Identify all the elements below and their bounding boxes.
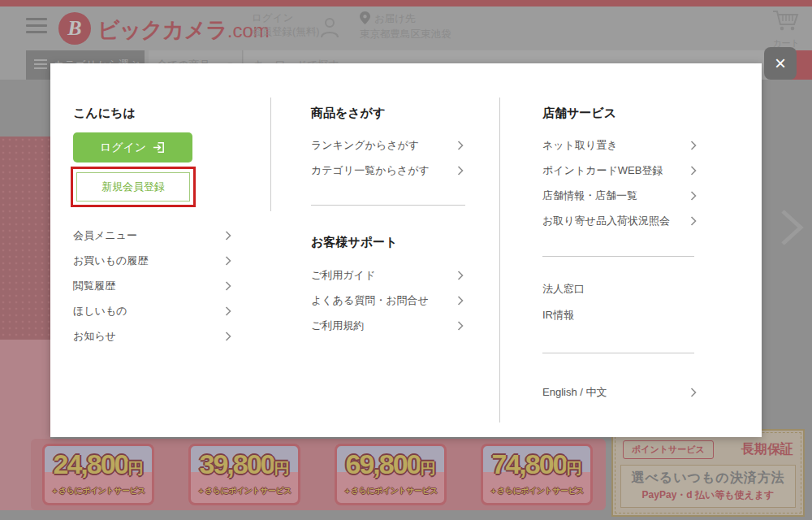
menu-item-label: 会員メニュー bbox=[73, 228, 137, 243]
chevron-right-icon bbox=[775, 205, 809, 250]
menu-item-member-menu[interactable]: 会員メニュー bbox=[73, 223, 231, 248]
member-menu-list: 会員メニュー お買いもの履歴 閲覧履歴 ほしいもの お知らせ bbox=[73, 223, 231, 349]
location-pin-icon bbox=[360, 11, 370, 28]
column-divider bbox=[499, 98, 500, 422]
menu-item-point-card-web[interactable]: ポイントカードWEB登録 bbox=[542, 158, 697, 183]
register-button-label: 新規会員登録 bbox=[102, 180, 165, 194]
menu-item-label: お取り寄せ品入荷状況照会 bbox=[542, 214, 670, 228]
annotation-highlight-box: 新規会員登録 bbox=[71, 167, 196, 207]
support-list: ご利用ガイド よくある質問・お問合せ ご利用規約 bbox=[311, 262, 464, 338]
hamburger-menu-icon bbox=[34, 59, 47, 72]
menu-item-label: 閲覧履歴 bbox=[73, 279, 115, 293]
register-button[interactable]: 新規会員登録 bbox=[76, 172, 190, 202]
price-value: 24,800円 bbox=[45, 448, 152, 485]
promo-banner-edge bbox=[0, 136, 50, 340]
chevron-right-icon bbox=[457, 166, 464, 176]
modal-close-button[interactable]: × bbox=[764, 47, 797, 80]
menu-item-label: カテゴリ一覧からさがす bbox=[311, 163, 430, 178]
menu-item-purchase-history[interactable]: お買いもの履歴 bbox=[73, 248, 231, 273]
price-unit: 円 bbox=[274, 460, 290, 477]
close-icon: × bbox=[775, 52, 786, 74]
menu-item-user-guide[interactable]: ご利用ガイド bbox=[311, 262, 464, 288]
point-service-badge: ポイントサービス bbox=[623, 440, 714, 459]
price-value: 39,800円 bbox=[191, 448, 298, 485]
price-card[interactable]: 39,800円 ＋さらにポイントサービス bbox=[188, 444, 300, 505]
language-label: English / 中文 bbox=[542, 385, 607, 400]
login-door-icon bbox=[152, 141, 166, 154]
chevron-right-icon bbox=[690, 388, 697, 397]
carousel-next-button[interactable] bbox=[775, 205, 809, 250]
cart-icon[interactable] bbox=[771, 10, 799, 34]
login-label: ログイン bbox=[252, 11, 319, 25]
greeting-title: こんにちは bbox=[73, 106, 136, 121]
menu-item-browsing-history[interactable]: 閲覧履歴 bbox=[73, 273, 231, 298]
menu-item-ranking-search[interactable]: ランキングからさがす bbox=[311, 132, 464, 158]
product-search-title: 商品をさがす bbox=[311, 106, 385, 121]
column-divider bbox=[270, 98, 271, 211]
payment-title: 選べるいつもの決済方法 bbox=[621, 470, 795, 487]
user-icon[interactable] bbox=[319, 16, 340, 42]
chevron-right-icon bbox=[457, 271, 464, 280]
logo-text: ビックカメラ bbox=[97, 15, 227, 45]
price-card[interactable]: 69,800円 ＋さらにポイントサービス bbox=[335, 444, 447, 505]
chevron-right-icon bbox=[225, 306, 231, 316]
delivery-address[interactable]: 東京都豊島区東池袋 bbox=[360, 28, 451, 41]
menu-item-label: 店舗情報・店舗一覧 bbox=[542, 188, 637, 203]
menu-item-label: お買いもの履歴 bbox=[73, 254, 148, 268]
menu-item-label: ネット取り置き bbox=[542, 138, 618, 153]
price-value: 69,800円 bbox=[337, 448, 444, 485]
login-button[interactable]: ログイン bbox=[73, 132, 192, 162]
menu-item-terms[interactable]: ご利用規約 bbox=[311, 313, 464, 338]
chevron-right-icon bbox=[225, 231, 231, 240]
menu-item-net-pickup[interactable]: ネット取り置き bbox=[542, 132, 697, 158]
menu-item-label: ほしいもの bbox=[73, 304, 127, 318]
menu-item-label: よくある質問・お問合せ bbox=[311, 293, 429, 308]
section-divider bbox=[311, 205, 465, 206]
payment-subtitle: PayPay・d 払い等も使えます bbox=[621, 488, 795, 502]
menu-item-label: お知らせ bbox=[73, 329, 116, 344]
price-note: ＋さらにポイントサービス bbox=[45, 486, 152, 496]
payment-info-panel: ポイントサービス 長期保証 選べるいつもの決済方法 PayPay・d 払い等も使… bbox=[611, 429, 805, 517]
chevron-right-icon bbox=[225, 332, 231, 341]
payment-method-box: 選べるいつもの決済方法 PayPay・d 払い等も使えます bbox=[620, 465, 796, 508]
menu-item-store-info[interactable]: 店舗情報・店舗一覧 bbox=[542, 183, 697, 208]
menu-item-label: ポイントカードWEB登録 bbox=[542, 163, 663, 178]
chevron-right-icon bbox=[225, 281, 231, 291]
chevron-right-icon bbox=[457, 321, 464, 331]
register-label: 会員登録(無料) bbox=[252, 25, 319, 39]
price-card[interactable]: 74,800円 ＋さらにポイントサービス bbox=[481, 444, 593, 505]
logo-icon[interactable]: B bbox=[58, 12, 91, 45]
menu-item-notifications[interactable]: お知らせ bbox=[73, 323, 231, 349]
price-unit: 円 bbox=[567, 460, 582, 477]
site-logo[interactable]: ビックカメラ.com bbox=[97, 15, 270, 45]
chevron-right-icon bbox=[457, 141, 464, 150]
site-header: B ビックカメラ.com ログイン 会員登録(無料) お届け先 東京都豊島区東池… bbox=[0, 6, 812, 50]
chevron-right-icon bbox=[690, 216, 697, 226]
price-unit: 円 bbox=[421, 460, 436, 477]
price-note: ＋さらにポイントサービス bbox=[337, 486, 444, 496]
top-brand-bar bbox=[0, 0, 812, 6]
chevron-right-icon bbox=[225, 256, 231, 266]
section-divider bbox=[542, 256, 694, 257]
hamburger-menu-icon[interactable] bbox=[26, 18, 47, 37]
store-service-title: 店舗サービス bbox=[542, 106, 616, 121]
menu-item-category-list-search[interactable]: カテゴリ一覧からさがす bbox=[311, 158, 464, 183]
chevron-right-icon bbox=[690, 141, 697, 150]
link-ir-info[interactable]: IR情報 bbox=[542, 308, 574, 323]
menu-item-backorder-status[interactable]: お取り寄せ品入荷状況照会 bbox=[542, 208, 697, 233]
link-corporate[interactable]: 法人窓口 bbox=[542, 282, 585, 297]
price-note: ＋さらにポイントサービス bbox=[483, 486, 590, 496]
chevron-right-icon bbox=[690, 191, 697, 201]
delivery-label[interactable]: お届け先 bbox=[374, 12, 416, 26]
price-note: ＋さらにポイントサービス bbox=[191, 486, 298, 496]
menu-item-language[interactable]: English / 中文 bbox=[542, 379, 697, 405]
support-title: お客様サポート bbox=[311, 235, 397, 250]
price-value: 74,800円 bbox=[483, 448, 590, 485]
header-login-link[interactable]: ログイン 会員登録(無料) bbox=[252, 11, 319, 39]
menu-item-wishlist[interactable]: ほしいもの bbox=[73, 298, 231, 323]
price-card[interactable]: 24,800円 ＋さらにポイントサービス bbox=[42, 444, 154, 505]
price-unit: 円 bbox=[128, 460, 144, 477]
menu-modal: こんにちは ログイン 新規会員登録 会員メニュー お買いもの履歴 閲覧履歴 ほし… bbox=[50, 63, 762, 437]
login-button-label: ログイン bbox=[100, 141, 146, 155]
menu-item-faq-contact[interactable]: よくある質問・お問合せ bbox=[311, 288, 464, 313]
